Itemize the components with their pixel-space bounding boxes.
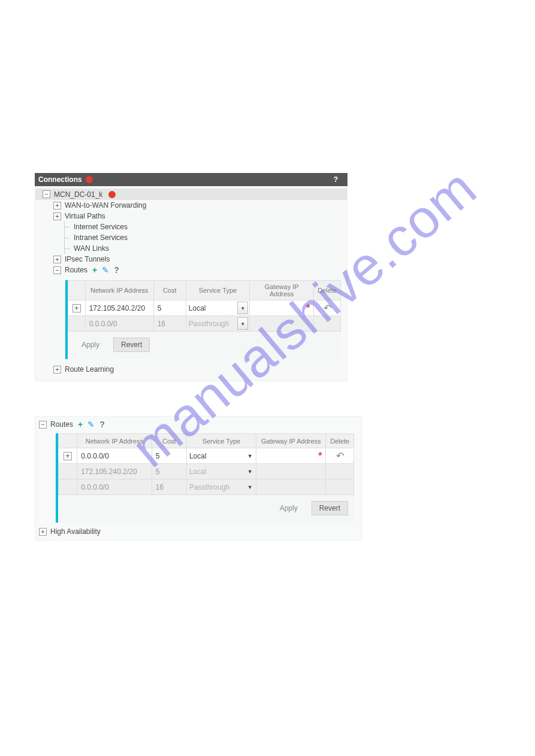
col-cost: Cost	[152, 434, 186, 448]
tree-label: Routes	[65, 266, 87, 274]
tree-label: Route Learning	[65, 365, 114, 374]
expand-icon[interactable]	[53, 212, 61, 220]
collapse-icon[interactable]	[43, 190, 50, 198]
ip-input	[86, 316, 153, 331]
service-type-select: Local	[187, 464, 256, 479]
revert-button[interactable]: Revert	[113, 338, 150, 352]
tree-item-routes[interactable]: Routes + ✎ ?	[35, 265, 347, 275]
tree-item-virtual-paths[interactable]: Virtual Paths	[35, 211, 347, 221]
expand-icon[interactable]	[53, 256, 61, 263]
col-expand	[68, 281, 86, 300]
tree-label: WAN Links	[74, 244, 109, 253]
table-row: Local▼	[59, 464, 354, 479]
collapse-icon[interactable]	[53, 266, 61, 274]
col-gw: Gateway IP Address	[250, 281, 314, 300]
tree-item-internet-services[interactable]: Internet Services	[35, 221, 347, 232]
tree-body: MCN_DC-01_k WAN-to-WAN Forwarding Virtua…	[35, 186, 347, 381]
routes-table-wrap: Network IP Address Cost Service Type Gat…	[56, 433, 354, 523]
tree-item-high-availability[interactable]: High Availability	[35, 526, 361, 537]
tree-branch-icon	[64, 221, 71, 232]
expand-icon[interactable]	[53, 366, 61, 374]
routes-table: Network IP Address Cost Service Type Gat…	[58, 433, 354, 495]
chevron-down-icon[interactable]: ▾	[237, 302, 248, 314]
cost-input	[152, 464, 186, 479]
site-name: MCN_DC-01_k	[54, 190, 102, 199]
tree-label: Routes	[50, 420, 73, 429]
tree-item-intranet-services[interactable]: Intranet Services	[35, 232, 347, 243]
ip-input	[77, 479, 152, 494]
cost-input[interactable]	[154, 300, 186, 315]
col-expand	[59, 434, 77, 448]
revert-button[interactable]: Revert	[312, 501, 348, 515]
expand-icon[interactable]: +	[72, 304, 81, 312]
expand-icon[interactable]	[39, 528, 47, 536]
tree-branch-icon	[64, 243, 71, 254]
tree-label: High Availability	[50, 527, 101, 536]
pencil-icon[interactable]: ✎	[87, 420, 95, 429]
tree-label: Virtual Paths	[65, 212, 105, 220]
routes-panel: Routes + ✎ ? Network IP Address Cost Ser…	[35, 416, 362, 541]
tree-item-ipsec-tunnels[interactable]: IPsec Tunnels	[35, 254, 347, 265]
chevron-down-icon: ▼	[246, 464, 253, 479]
table-row: + Local▼ * ↶	[59, 448, 354, 464]
collapse-icon[interactable]	[39, 421, 47, 429]
service-type-select: Passthrough	[187, 479, 256, 494]
tree-branch-icon	[64, 232, 71, 243]
col-del: Delete	[326, 434, 354, 448]
table-row: Passthrough▼	[59, 479, 354, 495]
tree-item-wan-forwarding[interactable]: WAN-to-WAN Forwarding	[35, 200, 347, 211]
chevron-down-icon: ▼	[246, 479, 253, 494]
table-row: + Local▾ * ↶	[68, 300, 341, 316]
add-icon[interactable]: +	[92, 265, 97, 275]
tree-label: Internet Services	[74, 223, 128, 231]
chevron-down-icon: ▾	[237, 317, 248, 330]
expand-icon[interactable]: +	[64, 452, 72, 460]
connections-panel: Connections ? MCN_DC-01_k WAN-to-WAN For…	[35, 173, 347, 381]
cost-input	[152, 479, 186, 494]
col-del: Delete	[314, 281, 341, 300]
routes-table-wrap: Network IP Address Cost Service Type Gat…	[65, 280, 341, 359]
tree-label: IPsec Tunnels	[65, 255, 110, 263]
col-cost: Cost	[153, 281, 186, 300]
add-icon[interactable]: +	[78, 420, 83, 429]
button-row: Apply Revert	[58, 495, 354, 515]
expand-icon[interactable]	[53, 202, 61, 210]
panel-title: Connections	[38, 175, 82, 184]
tree-label: Intranet Services	[74, 233, 128, 242]
tree-item-wan-links[interactable]: WAN Links	[35, 243, 347, 254]
cost-input	[154, 316, 186, 331]
col-stype: Service Type	[186, 434, 256, 448]
required-icon: *	[318, 451, 325, 462]
required-icon: *	[306, 303, 313, 314]
alert-icon	[108, 191, 116, 198]
pencil-icon[interactable]: ✎	[102, 265, 109, 275]
revert-icon[interactable]: ↶	[326, 450, 353, 462]
button-row: Apply Revert	[68, 332, 341, 352]
table-row: Passthrough▾	[68, 316, 341, 332]
col-gw: Gateway IP Address	[256, 434, 326, 448]
help-icon[interactable]: ?	[114, 265, 119, 275]
site-row[interactable]: MCN_DC-01_k	[35, 189, 347, 200]
ip-input	[77, 464, 152, 479]
revert-icon[interactable]: ↶	[314, 302, 340, 314]
col-stype: Service Type	[186, 281, 249, 300]
tree-label: WAN-to-WAN Forwarding	[65, 201, 146, 210]
tree-item-routes[interactable]: Routes + ✎ ?	[35, 419, 361, 430]
col-ip: Network IP Address	[77, 434, 152, 448]
panel-header: Connections ?	[35, 173, 347, 186]
apply-button[interactable]: Apply	[272, 501, 306, 515]
ip-input[interactable]	[77, 448, 152, 463]
help-icon[interactable]: ?	[99, 420, 105, 429]
col-ip: Network IP Address	[85, 281, 153, 300]
alert-icon	[86, 176, 93, 183]
ip-input[interactable]	[86, 300, 153, 315]
cost-input[interactable]	[152, 448, 186, 463]
routes-table: Network IP Address Cost Service Type Gat…	[68, 280, 341, 332]
service-type-select[interactable]: Local	[187, 448, 256, 463]
apply-button[interactable]: Apply	[74, 338, 107, 352]
tree-item-route-learning[interactable]: Route Learning	[35, 364, 347, 375]
help-icon[interactable]: ?	[334, 175, 338, 184]
chevron-down-icon[interactable]: ▼	[246, 448, 253, 463]
